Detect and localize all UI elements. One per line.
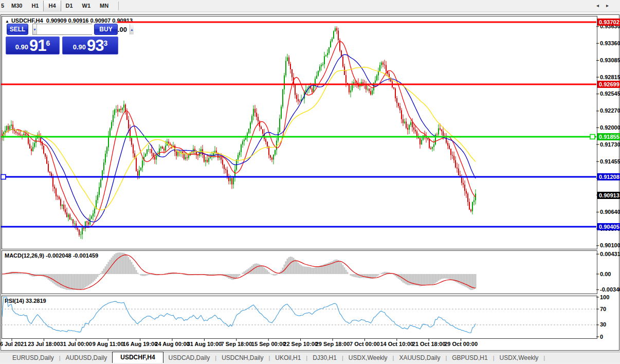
timeframe-button-h4[interactable]: H4	[43, 1, 61, 11]
rsi-indicator-panel[interactable]: RSI(14) 33.2819	[2, 296, 597, 339]
date-tick-label: 16 Aug 19:00	[123, 341, 157, 347]
sell-price-display[interactable]: 0.90 91 6	[6, 37, 60, 54]
timeframe-button-mn[interactable]: MN	[95, 1, 113, 11]
chart-tab-usdcnh-daily[interactable]: USDCNH,Daily	[216, 353, 268, 362]
date-tick-label: 31 Jul 00:00	[60, 341, 92, 347]
rsi-tick-label: 70	[600, 306, 606, 312]
buy-price-main: 93	[87, 39, 103, 52]
chart-title-bar: ▲USDCHF,H4 0.90909 0.90916 0.90907 0.909…	[5, 17, 133, 24]
price-tick-label: 0.92545	[600, 90, 620, 97]
price-badge-0.93702: 0.93702	[597, 19, 620, 26]
one-click-trade-panel: SELL ▼ ▲ BUY 0.90 91 6 0.90 93 3	[6, 24, 118, 55]
date-tick-label: 23 Jul 18:00	[28, 341, 60, 347]
buy-price-prefix: 0.90	[73, 42, 86, 52]
rsi-tick-label: 30	[600, 321, 606, 327]
date-tick-label: 14 Oct 10:00	[380, 341, 413, 347]
date-tick-label: 21 Oct 18:00	[412, 341, 446, 347]
macd-tick-label: 0.00431	[600, 251, 620, 257]
price-tick-label: 0.93360	[600, 40, 620, 46]
sell-price-prefix: 0.90	[15, 42, 28, 52]
date-tick-label: 16 Jul 2021	[0, 341, 27, 347]
tab-scroll-right-icon[interactable]: ▸	[606, 3, 609, 9]
chart-tab-usdchf-h4[interactable]: USDCHF,H4	[112, 352, 163, 363]
price-badge-0.92699: 0.92699	[597, 81, 620, 88]
main-chart-panel[interactable]: ▲USDCHF,H4 0.90909 0.90916 0.90907 0.909…	[2, 16, 597, 249]
price-badge-0.91208: 0.91208	[597, 173, 620, 180]
chart-symbol-label: USDCHF,H4	[11, 17, 43, 24]
tab-scroll-left-icon[interactable]: ◂	[596, 3, 599, 9]
date-tick-label: 7 Sep 18:00	[221, 341, 252, 347]
macd-tick-label: 0.00	[600, 271, 611, 277]
price-tick-label: 0.93085	[600, 57, 620, 63]
price-tick-label: 0.91730	[600, 141, 620, 148]
macd-tick-label: -0.003405	[600, 286, 620, 293]
price-tick-label: 0.92270	[600, 107, 620, 114]
chart-tab-eurusd-daily[interactable]: EURUSD,Daily	[7, 353, 59, 362]
tab-scroll-arrows: ◂ ▸	[596, 3, 609, 9]
chart-tab-ukoil-h1[interactable]: UKOil,H1	[270, 353, 306, 362]
collapse-panel-icon[interactable]: ▲	[5, 19, 9, 24]
chart-tab-bar: EURUSD,Daily|AUDUSD,DailyUSDCHF,H4USDCAD…	[0, 352, 620, 363]
date-tick-label: 29 Oct 00:00	[444, 341, 478, 347]
date-tick-label: 31 Aug 10:00	[187, 341, 222, 347]
price-tick-label: 0.92000	[600, 124, 620, 131]
toolbar-separator	[118, 2, 119, 10]
timeframe-toolbar: 5M30H1H4D1W1MN	[0, 0, 620, 12]
sell-price-main: 91	[29, 39, 46, 52]
date-tick-label: 15 Sep 00:00	[251, 341, 286, 347]
rsi-label: RSI(14) 33.2819	[5, 298, 46, 304]
timeframe-button-d1[interactable]: D1	[61, 1, 78, 11]
buy-button[interactable]: BUY	[94, 24, 118, 35]
timeframe-button-w1[interactable]: W1	[78, 1, 96, 11]
price-badge-0.91855: 0.91855	[597, 133, 620, 140]
chart-ohlc-values: 0.90909 0.90916 0.90907 0.90913	[46, 17, 133, 24]
price-tick-label: 0.90100	[600, 242, 620, 248]
timeframe-button-h1[interactable]: H1	[27, 1, 43, 11]
price-tick-label: 0.92815	[600, 74, 620, 80]
macd-label: MACD(12,26,9) -0.002048 -0.001459	[5, 252, 98, 259]
date-tick-label: 9 Aug 11:00	[93, 341, 124, 347]
chart-tab-usdx-weekly[interactable]: USDX,Weekly	[343, 353, 393, 362]
price-tick-label: 0.91455	[600, 158, 620, 165]
volume-increase-button[interactable]: ▲	[130, 24, 134, 34]
chart-window: ▲USDCHF,H4 0.90909 0.90916 0.90907 0.909…	[1, 14, 619, 351]
sell-button[interactable]: SELL	[7, 24, 28, 35]
chart-tab-dj30-h1[interactable]: DJ30,H1	[307, 353, 342, 362]
chevron-up-icon: ▲	[130, 28, 134, 31]
timeframe-button-m30[interactable]: M30	[7, 1, 27, 11]
chart-tab-gbpusd-h1[interactable]: GBPUSD,H1	[447, 353, 493, 362]
price-tick-label: 0.90640	[600, 209, 620, 215]
volume-spinner: ▼ ▲	[32, 24, 92, 35]
chart-tab-audusd-daily[interactable]: AUDUSD,Daily	[61, 353, 113, 362]
date-tick-label: 22 Sep 10:00	[283, 341, 318, 347]
chevron-down-icon: ▼	[33, 28, 37, 31]
chart-tab-xauusd-daily[interactable]: XAUUSD,Daily	[394, 353, 445, 362]
price-badge-0.90913: 0.90913	[597, 192, 620, 199]
timeframe-button-5[interactable]: 5	[0, 1, 7, 11]
volume-decrease-button[interactable]: ▼	[33, 24, 37, 34]
chart-tab-usdcad-daily[interactable]: USDCAD,Daily	[163, 353, 215, 362]
buy-price-display[interactable]: 0.90 93 3	[62, 37, 118, 54]
date-tick-label: 29 Sep 18:00	[316, 341, 350, 347]
sell-price-pip: 6	[46, 40, 50, 46]
price-badge-0.90405: 0.90405	[597, 223, 620, 230]
rsi-tick-label: 100	[600, 294, 609, 300]
rsi-tick-label: 0	[600, 334, 603, 340]
date-tick-label: 24 Aug 00:00	[155, 341, 189, 347]
date-tick-label: 7 Oct 00:00	[350, 341, 380, 347]
chart-tab-usdx-weekly[interactable]: USDX,Weekly	[495, 353, 544, 362]
tab-separator: |	[543, 355, 545, 361]
macd-indicator-panel[interactable]: MACD(12,26,9) -0.002048 -0.001459	[2, 250, 597, 294]
buy-price-pip: 3	[104, 40, 108, 46]
